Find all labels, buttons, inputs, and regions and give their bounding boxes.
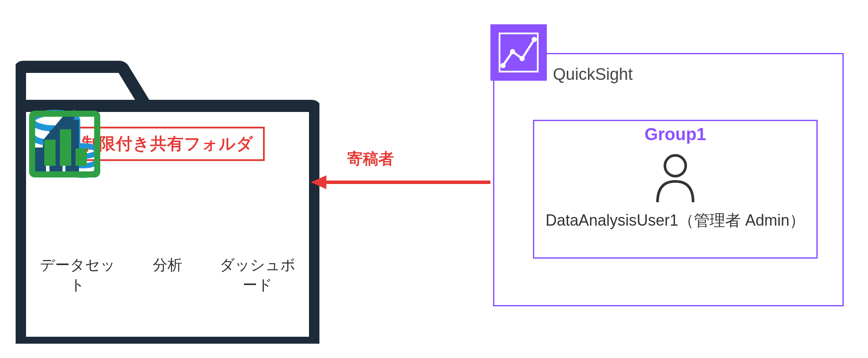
- quicksight-label: QuickSight: [553, 65, 633, 84]
- quicksight-icon: [490, 24, 547, 81]
- svg-marker-14: [311, 175, 326, 189]
- shared-folder: 制限付き共有フォルダ: [16, 31, 319, 344]
- relation-role-label: 寄稿者: [347, 148, 394, 170]
- group-container: Group1 DataAnalysisUser1（管理者 Admin）: [533, 120, 818, 259]
- svg-rect-12: [76, 148, 87, 166]
- relation-arrow-icon: [308, 169, 495, 195]
- folder-body: 制限付き共有フォルダ: [28, 109, 307, 348]
- analysis-icon: [126, 178, 208, 250]
- folder-item-analysis: 分析: [126, 178, 208, 295]
- svg-point-19: [532, 37, 537, 42]
- svg-point-20: [665, 155, 686, 176]
- dashboard-label: ダッシュボード: [217, 255, 299, 295]
- folder-items-row: データセット: [36, 178, 299, 295]
- group-title: Group1: [534, 125, 816, 144]
- dataset-label: データセット: [36, 255, 118, 295]
- folder-item-dashboard: ダッシュボード: [217, 178, 299, 295]
- folder-item-dataset: データセット: [36, 178, 118, 295]
- user-icon: [534, 152, 816, 204]
- dataset-icon: [36, 178, 118, 250]
- dashboard-icon: [217, 178, 299, 250]
- svg-rect-11: [60, 129, 71, 166]
- svg-point-18: [519, 56, 525, 61]
- diagram-canvas: 制限付き共有フォルダ: [0, 0, 868, 358]
- svg-point-17: [510, 49, 515, 54]
- user-label: DataAnalysisUser1（管理者 Admin）: [534, 210, 816, 231]
- svg-rect-10: [44, 140, 56, 166]
- analysis-label: 分析: [126, 255, 208, 275]
- svg-point-16: [500, 63, 506, 68]
